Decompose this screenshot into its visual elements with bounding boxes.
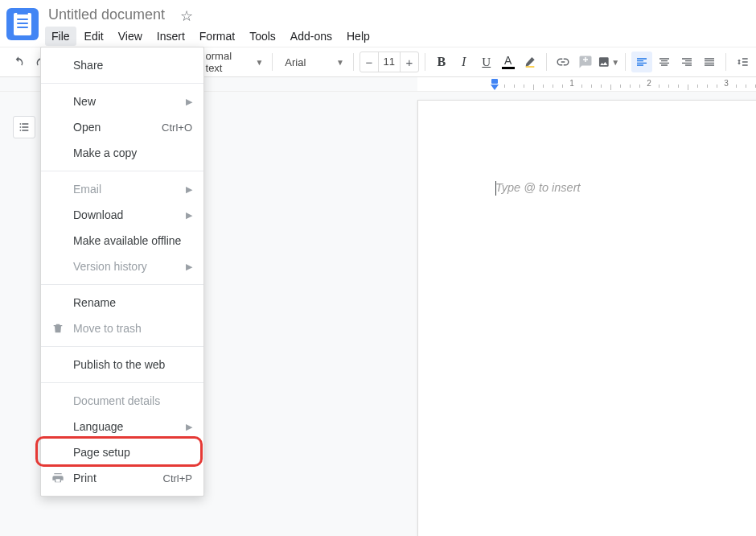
- ruler-tick: [736, 85, 737, 88]
- bold-button[interactable]: B: [431, 52, 452, 72]
- menu-item-publish[interactable]: Publish to the web: [41, 352, 203, 377]
- align-right-button[interactable]: [676, 52, 697, 72]
- font-size-increase-button[interactable]: +: [401, 52, 418, 72]
- ruler-tick: [639, 85, 640, 88]
- menu-separator: [41, 346, 203, 347]
- menu-separator: [41, 284, 203, 285]
- italic-button[interactable]: I: [454, 52, 475, 72]
- ruler-number: 2: [647, 79, 651, 88]
- separator: [546, 53, 547, 71]
- separator: [625, 53, 626, 71]
- menu-item-label: Page setup: [73, 446, 130, 459]
- align-center-button[interactable]: [654, 52, 675, 72]
- menu-item-shortcut: Ctrl+O: [162, 122, 192, 134]
- underline-button[interactable]: U: [476, 52, 497, 72]
- trash-icon: [51, 321, 65, 336]
- submenu-arrow-icon: ▶: [186, 262, 192, 272]
- ruler-tick: [717, 85, 717, 88]
- menu-item-version-history: Version history▶: [41, 254, 203, 279]
- ruler-tick: [601, 85, 602, 88]
- separator: [272, 53, 273, 71]
- menu-item-open[interactable]: OpenCtrl+O: [41, 114, 203, 140]
- ruler-tick: [504, 85, 505, 88]
- menu-separator: [41, 171, 203, 171]
- ruler-number: 3: [724, 79, 729, 88]
- docs-logo[interactable]: [6, 8, 39, 40]
- menubar-item-add-ons[interactable]: Add-ons: [284, 27, 339, 46]
- insert-link-button[interactable]: [553, 52, 573, 72]
- submenu-arrow-icon: ▶: [186, 422, 192, 432]
- text-color-letter: A: [504, 55, 512, 66]
- file-menu: ShareNew▶OpenCtrl+OMake a copyEmail▶Down…: [40, 47, 204, 497]
- document-page[interactable]: Type @ to insert: [417, 100, 756, 536]
- docs-logo-glyph: [14, 13, 31, 35]
- ruler-tick: [562, 85, 563, 88]
- font-size-decrease-button[interactable]: −: [360, 52, 378, 72]
- title-block: Untitled document ☆ FileEditViewInsertFo…: [45, 5, 376, 46]
- menu-item-email: Email▶: [41, 176, 203, 202]
- ruler-tick: [746, 85, 746, 88]
- menu-item-details: Document details: [41, 388, 203, 414]
- paragraph-style-dropdown[interactable]: ormal text ▼: [199, 52, 267, 72]
- menubar-item-format[interactable]: Format: [193, 27, 241, 46]
- menu-item-label: Version history: [73, 260, 147, 273]
- menu-item-label: Print: [73, 472, 97, 484]
- text-color-swatch: [502, 67, 515, 69]
- font-family-value: Arial: [285, 56, 306, 68]
- menu-item-page-setup[interactable]: Page setup: [41, 439, 203, 465]
- ruler-tick: [707, 85, 708, 88]
- text-color-button[interactable]: A: [499, 52, 518, 72]
- align-justify-button[interactable]: [699, 52, 720, 72]
- horizontal-ruler[interactable]: 123: [417, 77, 756, 91]
- ruler-tick: [591, 85, 592, 88]
- document-title[interactable]: Untitled document: [45, 5, 168, 25]
- menu-item-label: Email: [73, 183, 101, 196]
- menubar-item-tools[interactable]: Tools: [243, 27, 282, 46]
- chevron-down-icon: ▼: [611, 58, 619, 67]
- submenu-arrow-icon: ▶: [186, 210, 192, 221]
- menu-item-share[interactable]: Share: [41, 52, 203, 78]
- menu-item-language[interactable]: Language▶: [41, 414, 203, 439]
- menubar-item-edit[interactable]: Edit: [78, 27, 110, 46]
- menu-item-download[interactable]: Download▶: [41, 202, 203, 228]
- menu-item-offline[interactable]: Make available offline: [41, 228, 203, 254]
- chevron-down-icon: ▼: [336, 58, 344, 67]
- ruler-tick: [688, 85, 688, 90]
- menubar-item-file[interactable]: File: [45, 27, 76, 46]
- add-comment-button[interactable]: [575, 52, 596, 72]
- ruler-tick: [524, 85, 524, 88]
- menubar-item-insert[interactable]: Insert: [150, 27, 191, 46]
- menubar-item-help[interactable]: Help: [340, 27, 376, 46]
- ruler-tick: [630, 85, 631, 88]
- toolbar-overflow-fade: [750, 47, 756, 76]
- menubar: FileEditViewInsertFormatToolsAdd-onsHelp: [45, 27, 376, 46]
- submenu-arrow-icon: ▶: [186, 184, 192, 195]
- document-outline-button[interactable]: [13, 116, 35, 138]
- highlight-color-button[interactable]: [520, 52, 540, 72]
- insert-image-button[interactable]: ▼: [598, 52, 620, 72]
- paragraph-style-value: ormal text: [206, 50, 249, 74]
- chevron-down-icon: ▼: [255, 58, 263, 67]
- menu-item-make-copy[interactable]: Make a copy: [41, 140, 203, 166]
- font-size-value[interactable]: 11: [378, 52, 401, 72]
- menu-item-print[interactable]: PrintCtrl+P: [41, 465, 203, 491]
- star-icon[interactable]: ☆: [180, 7, 193, 25]
- undo-button[interactable]: [8, 52, 29, 72]
- menu-item-rename[interactable]: Rename: [41, 290, 203, 315]
- ruler-tick: [581, 85, 582, 88]
- align-left-button[interactable]: [631, 52, 652, 72]
- page-placeholder-text: Type @ to insert: [495, 181, 581, 194]
- menu-item-label: Share: [73, 59, 103, 72]
- menu-item-label: Make available offline: [73, 234, 181, 247]
- menu-item-label: Language: [73, 420, 123, 433]
- menubar-item-view[interactable]: View: [112, 27, 149, 46]
- menu-item-new[interactable]: New▶: [41, 89, 203, 114]
- left-indent-marker[interactable]: [491, 79, 498, 84]
- ruler-tick: [543, 85, 544, 88]
- menu-item-label: Move to trash: [73, 322, 142, 335]
- ruler-tick: [678, 85, 679, 88]
- font-family-dropdown[interactable]: Arial ▼: [278, 52, 347, 72]
- first-line-indent-marker[interactable]: [491, 85, 499, 90]
- menu-item-label: Download: [73, 208, 123, 221]
- menu-item-label: Publish to the web: [73, 358, 165, 371]
